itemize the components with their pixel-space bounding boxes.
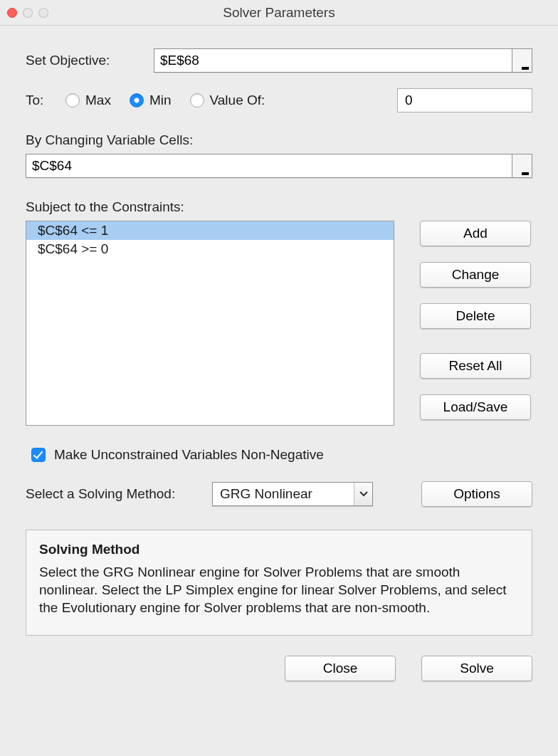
add-button[interactable]: Add [420,221,531,246]
window-controls [7,8,48,18]
constraints-label: Subject to the Constraints: [26,199,532,215]
chevron-down-icon [354,483,372,505]
to-valueof-radio[interactable] [190,93,204,107]
window-minimize-button[interactable] [23,8,33,18]
load-save-button[interactable]: Load/Save [420,394,531,420]
method-select[interactable]: GRG Nonlinear [212,482,373,506]
set-objective-label: Set Objective: [26,53,154,68]
constraint-item[interactable]: $C$64 <= 1 [26,221,394,240]
method-label: Select a Solving Method: [26,486,212,502]
close-button[interactable]: Close [285,656,396,681]
set-objective-input[interactable] [154,48,512,73]
title-bar: Solver Parameters [0,0,558,26]
to-min-radio[interactable] [130,93,144,107]
to-label: To: [26,93,65,108]
window-zoom-button[interactable] [38,8,48,18]
to-valueof-label: Value Of: [210,93,265,108]
method-selected-value: GRG Nonlinear [220,486,312,502]
changing-cells-input[interactable] [26,154,512,178]
collapse-icon [522,67,529,70]
objective-ref-picker-button[interactable] [512,48,532,73]
options-button[interactable]: Options [421,481,532,507]
window-title: Solver Parameters [7,5,551,21]
changing-ref-picker-button[interactable] [512,154,532,178]
to-max-radio[interactable] [65,93,80,107]
to-valueof-input[interactable] [397,88,532,112]
changing-cells-label: By Changing Variable Cells: [26,132,532,148]
nonnegative-label: Make Unconstrained Variables Non-Negativ… [54,447,324,463]
constraints-list[interactable]: $C$64 <= 1 $C$64 >= 0 [26,221,394,426]
to-max-label: Max [85,93,111,108]
window-close-button[interactable] [7,8,17,18]
constraint-item[interactable]: $C$64 >= 0 [26,240,394,258]
solve-button[interactable]: Solve [421,656,532,681]
help-body: Select the GRG Nonlinear engine for Solv… [39,563,519,616]
help-title: Solving Method [39,542,519,557]
nonnegative-checkbox[interactable] [31,448,46,462]
delete-button[interactable]: Delete [420,303,531,329]
solving-method-help: Solving Method Select the GRG Nonlinear … [26,530,532,636]
change-button[interactable]: Change [420,262,531,288]
collapse-icon [522,172,529,175]
to-min-label: Min [149,93,172,108]
reset-all-button[interactable]: Reset All [420,353,531,379]
